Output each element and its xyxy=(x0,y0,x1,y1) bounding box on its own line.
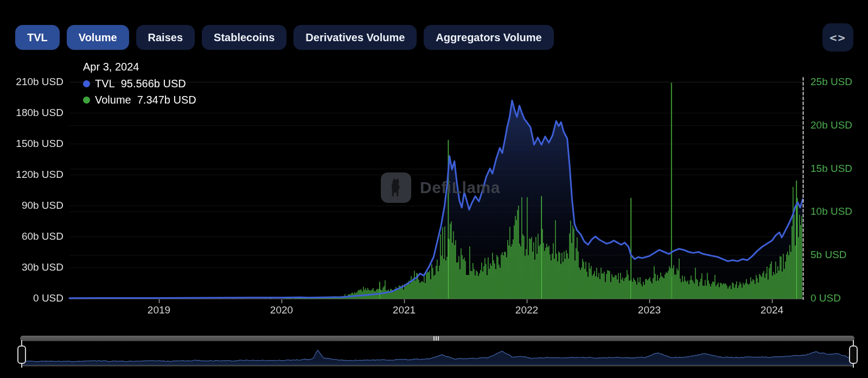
tab-stablecoins[interactable]: Stablecoins xyxy=(202,25,286,50)
x-axis-tick-label: 2020 xyxy=(257,304,306,316)
tvl-label: TVL xyxy=(95,78,115,90)
tab-volume[interactable]: Volume xyxy=(67,25,129,50)
tab-derivatives-volume[interactable]: Derivatives Volume xyxy=(293,25,417,50)
y-axis-tick-label: 210b USD xyxy=(3,76,63,87)
tab-aggregators-volume[interactable]: Aggregators Volume xyxy=(424,25,553,50)
x-axis-tick-label: 2019 xyxy=(135,304,183,316)
y-axis-tick-label: 180b USD xyxy=(3,107,63,118)
y-axis-tick-label: 120b USD xyxy=(3,169,63,180)
code-brackets-icon: <> xyxy=(829,31,846,44)
tooltip-row-volume: Volume 7.347b USD xyxy=(83,94,196,106)
volume-label: Volume xyxy=(95,94,131,106)
right-y-axis-tick-label: 10b USD xyxy=(810,206,852,217)
volume-legend-dot-icon xyxy=(83,97,90,104)
chart-type-toolbar: TVL Volume Raises Stablecoins Derivative… xyxy=(15,25,554,50)
tvl-legend-dot-icon xyxy=(83,80,90,87)
x-axis-tick-label: 2021 xyxy=(380,304,429,316)
chart-tooltip: Apr 3, 2024 TVL 95.566b USD Volume 7.347… xyxy=(83,61,196,110)
brush-left-handle[interactable] xyxy=(17,345,26,364)
y-axis-tick-label: 150b USD xyxy=(3,138,63,149)
tooltip-date: Apr 3, 2024 xyxy=(83,61,196,73)
right-y-axis-tick-label: 15b USD xyxy=(810,163,852,174)
watermark-text: DefiLlama xyxy=(420,178,500,197)
y-axis-tick-label: 60b USD xyxy=(3,231,63,242)
right-y-axis-tick-label: 25b USD xyxy=(810,76,852,87)
brush-right-handle[interactable] xyxy=(849,345,858,364)
brush-bottom-border xyxy=(22,366,853,366)
x-axis-tick-label: 2022 xyxy=(502,304,551,316)
y-axis-tick-label: 0 USD xyxy=(3,293,63,304)
tooltip-row-tvl: TVL 95.566b USD xyxy=(83,78,196,90)
tvl-value: 95.566b USD xyxy=(121,78,186,90)
tab-tvl[interactable]: TVL xyxy=(15,25,60,50)
volume-value: 7.347b USD xyxy=(137,94,196,106)
embed-code-button[interactable]: <> xyxy=(822,23,853,52)
x-axis-tick-label: 2024 xyxy=(748,304,796,316)
x-axis-tick-label: 2023 xyxy=(625,304,674,316)
chart-zoom-scrollbar[interactable] xyxy=(20,336,854,341)
scrollbar-grip-icon xyxy=(436,336,437,341)
right-y-axis-tick-label: 20b USD xyxy=(810,120,852,131)
llama-logo-icon xyxy=(381,172,411,203)
y-axis-tick-label: 90b USD xyxy=(3,200,63,211)
y-axis-tick-label: 30b USD xyxy=(3,262,63,273)
tab-raises[interactable]: Raises xyxy=(136,25,195,50)
right-y-axis-tick-label: 5b USD xyxy=(810,249,847,260)
right-y-axis-tick-label: 0 USD xyxy=(810,293,841,304)
defillama-chart-page: TVL Volume Raises Stablecoins Derivative… xyxy=(0,0,868,378)
defillama-watermark: DefiLlama xyxy=(381,172,500,203)
